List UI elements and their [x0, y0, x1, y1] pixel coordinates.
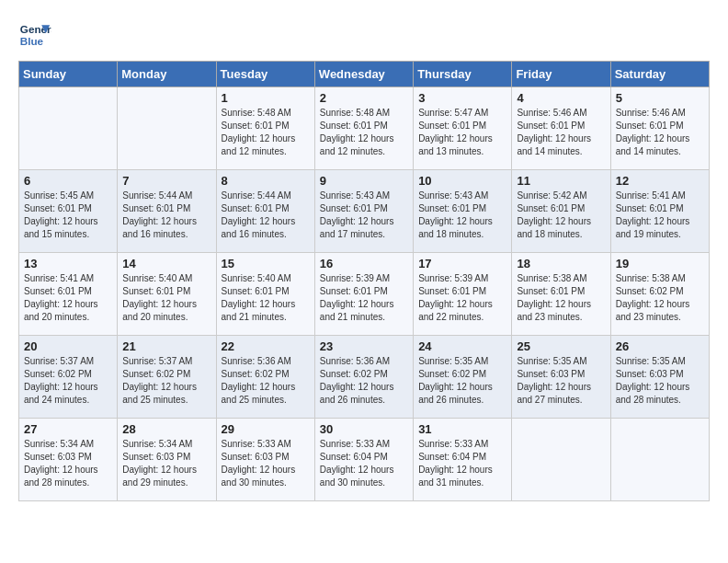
- day-info: Sunrise: 5:38 AM Sunset: 6:01 PM Dayligh…: [517, 272, 605, 324]
- calendar-week-row: 6Sunrise: 5:45 AM Sunset: 6:01 PM Daylig…: [19, 170, 710, 253]
- day-info: Sunrise: 5:38 AM Sunset: 6:02 PM Dayligh…: [616, 272, 704, 324]
- weekday-header: Monday: [118, 62, 216, 87]
- calendar-cell: 16Sunrise: 5:39 AM Sunset: 6:01 PM Dayli…: [314, 253, 413, 336]
- calendar-cell: 21Sunrise: 5:37 AM Sunset: 6:02 PM Dayli…: [118, 336, 216, 419]
- day-info: Sunrise: 5:36 AM Sunset: 6:02 PM Dayligh…: [320, 355, 408, 407]
- calendar-cell: 3Sunrise: 5:47 AM Sunset: 6:01 PM Daylig…: [414, 87, 512, 170]
- weekday-header: Sunday: [19, 62, 118, 87]
- calendar-cell: 18Sunrise: 5:38 AM Sunset: 6:01 PM Dayli…: [512, 253, 610, 336]
- day-info: Sunrise: 5:34 AM Sunset: 6:03 PM Dayligh…: [122, 438, 210, 489]
- day-number: 28: [122, 422, 210, 436]
- weekday-header: Saturday: [610, 62, 709, 87]
- calendar-cell: 30Sunrise: 5:33 AM Sunset: 6:04 PM Dayli…: [314, 419, 413, 501]
- calendar-cell: [118, 87, 216, 170]
- day-info: Sunrise: 5:43 AM Sunset: 6:01 PM Dayligh…: [320, 190, 408, 241]
- calendar-week-row: 13Sunrise: 5:41 AM Sunset: 6:01 PM Dayli…: [19, 253, 710, 336]
- day-info: Sunrise: 5:47 AM Sunset: 6:01 PM Dayligh…: [418, 107, 506, 158]
- day-number: 5: [616, 91, 704, 105]
- calendar-cell: 25Sunrise: 5:35 AM Sunset: 6:03 PM Dayli…: [512, 336, 610, 419]
- calendar-cell: 6Sunrise: 5:45 AM Sunset: 6:01 PM Daylig…: [19, 170, 118, 253]
- calendar-week-row: 27Sunrise: 5:34 AM Sunset: 6:03 PM Dayli…: [19, 419, 710, 501]
- calendar-cell: 5Sunrise: 5:46 AM Sunset: 6:01 PM Daylig…: [610, 87, 709, 170]
- calendar-cell: 28Sunrise: 5:34 AM Sunset: 6:03 PM Dayli…: [118, 419, 216, 501]
- calendar-cell: 8Sunrise: 5:44 AM Sunset: 6:01 PM Daylig…: [216, 170, 314, 253]
- day-info: Sunrise: 5:46 AM Sunset: 6:01 PM Dayligh…: [517, 107, 605, 158]
- svg-text:Blue: Blue: [20, 35, 44, 47]
- calendar-cell: 1Sunrise: 5:48 AM Sunset: 6:01 PM Daylig…: [216, 87, 314, 170]
- calendar-cell: 4Sunrise: 5:46 AM Sunset: 6:01 PM Daylig…: [512, 87, 610, 170]
- calendar-cell: 26Sunrise: 5:35 AM Sunset: 6:03 PM Dayli…: [610, 336, 709, 419]
- day-number: 11: [517, 174, 605, 188]
- calendar-cell: 2Sunrise: 5:48 AM Sunset: 6:01 PM Daylig…: [314, 87, 413, 170]
- logo-icon: General Blue: [18, 18, 51, 52]
- calendar-cell: 20Sunrise: 5:37 AM Sunset: 6:02 PM Dayli…: [19, 336, 118, 419]
- day-info: Sunrise: 5:33 AM Sunset: 6:04 PM Dayligh…: [320, 438, 408, 489]
- day-number: 18: [517, 257, 605, 270]
- calendar-cell: 17Sunrise: 5:39 AM Sunset: 6:01 PM Dayli…: [414, 253, 512, 336]
- day-info: Sunrise: 5:35 AM Sunset: 6:02 PM Dayligh…: [418, 355, 506, 407]
- day-number: 21: [122, 339, 210, 353]
- day-number: 30: [320, 422, 408, 436]
- day-info: Sunrise: 5:35 AM Sunset: 6:03 PM Dayligh…: [616, 355, 704, 407]
- day-info: Sunrise: 5:48 AM Sunset: 6:01 PM Dayligh…: [222, 107, 310, 158]
- calendar-cell: 31Sunrise: 5:33 AM Sunset: 6:04 PM Dayli…: [414, 419, 512, 501]
- day-number: 19: [616, 257, 704, 270]
- day-info: Sunrise: 5:40 AM Sunset: 6:01 PM Dayligh…: [122, 272, 210, 324]
- day-info: Sunrise: 5:41 AM Sunset: 6:01 PM Dayligh…: [616, 190, 704, 241]
- calendar-cell: [19, 87, 118, 170]
- day-number: 2: [320, 91, 408, 105]
- day-number: 7: [122, 174, 210, 188]
- day-number: 29: [222, 422, 310, 436]
- day-info: Sunrise: 5:33 AM Sunset: 6:04 PM Dayligh…: [418, 438, 506, 489]
- day-number: 15: [222, 257, 310, 270]
- weekday-header: Tuesday: [216, 62, 314, 87]
- calendar-cell: 11Sunrise: 5:42 AM Sunset: 6:01 PM Dayli…: [512, 170, 610, 253]
- day-info: Sunrise: 5:36 AM Sunset: 6:02 PM Dayligh…: [222, 355, 310, 407]
- day-number: 4: [517, 91, 605, 105]
- weekday-header: Friday: [512, 62, 610, 87]
- calendar-cell: 15Sunrise: 5:40 AM Sunset: 6:01 PM Dayli…: [216, 253, 314, 336]
- calendar-cell: 14Sunrise: 5:40 AM Sunset: 6:01 PM Dayli…: [118, 253, 216, 336]
- day-info: Sunrise: 5:44 AM Sunset: 6:01 PM Dayligh…: [222, 190, 310, 241]
- day-number: 6: [24, 174, 112, 188]
- calendar-cell: [610, 419, 709, 501]
- calendar-cell: 19Sunrise: 5:38 AM Sunset: 6:02 PM Dayli…: [610, 253, 709, 336]
- day-info: Sunrise: 5:37 AM Sunset: 6:02 PM Dayligh…: [24, 355, 112, 407]
- day-number: 26: [616, 339, 704, 353]
- day-info: Sunrise: 5:40 AM Sunset: 6:01 PM Dayligh…: [222, 272, 310, 324]
- day-number: 14: [122, 257, 210, 270]
- day-info: Sunrise: 5:44 AM Sunset: 6:01 PM Dayligh…: [122, 190, 210, 241]
- day-info: Sunrise: 5:48 AM Sunset: 6:01 PM Dayligh…: [320, 107, 408, 158]
- day-number: 8: [222, 174, 310, 188]
- logo: General Blue: [18, 18, 51, 52]
- day-info: Sunrise: 5:35 AM Sunset: 6:03 PM Dayligh…: [517, 355, 605, 407]
- day-info: Sunrise: 5:34 AM Sunset: 6:03 PM Dayligh…: [24, 438, 112, 489]
- header-row: SundayMondayTuesdayWednesdayThursdayFrid…: [19, 62, 710, 87]
- day-number: 20: [24, 339, 112, 353]
- day-number: 9: [320, 174, 408, 188]
- day-number: 23: [320, 339, 408, 353]
- page-header: General Blue: [18, 18, 710, 52]
- calendar-cell: 7Sunrise: 5:44 AM Sunset: 6:01 PM Daylig…: [118, 170, 216, 253]
- day-info: Sunrise: 5:39 AM Sunset: 6:01 PM Dayligh…: [320, 272, 408, 324]
- day-number: 12: [616, 174, 704, 188]
- day-number: 27: [24, 422, 112, 436]
- calendar-table: SundayMondayTuesdayWednesdayThursdayFrid…: [18, 61, 710, 501]
- day-number: 25: [517, 339, 605, 353]
- day-info: Sunrise: 5:43 AM Sunset: 6:01 PM Dayligh…: [418, 190, 506, 241]
- calendar-cell: 23Sunrise: 5:36 AM Sunset: 6:02 PM Dayli…: [314, 336, 413, 419]
- weekday-header: Thursday: [414, 62, 512, 87]
- calendar-cell: 29Sunrise: 5:33 AM Sunset: 6:03 PM Dayli…: [216, 419, 314, 501]
- calendar-cell: 22Sunrise: 5:36 AM Sunset: 6:02 PM Dayli…: [216, 336, 314, 419]
- day-info: Sunrise: 5:41 AM Sunset: 6:01 PM Dayligh…: [24, 272, 112, 324]
- calendar-cell: 27Sunrise: 5:34 AM Sunset: 6:03 PM Dayli…: [19, 419, 118, 501]
- calendar-week-row: 20Sunrise: 5:37 AM Sunset: 6:02 PM Dayli…: [19, 336, 710, 419]
- weekday-header: Wednesday: [314, 62, 413, 87]
- calendar-week-row: 1Sunrise: 5:48 AM Sunset: 6:01 PM Daylig…: [19, 87, 710, 170]
- calendar-cell: 24Sunrise: 5:35 AM Sunset: 6:02 PM Dayli…: [414, 336, 512, 419]
- calendar-cell: 9Sunrise: 5:43 AM Sunset: 6:01 PM Daylig…: [314, 170, 413, 253]
- calendar-cell: 13Sunrise: 5:41 AM Sunset: 6:01 PM Dayli…: [19, 253, 118, 336]
- day-number: 13: [24, 257, 112, 270]
- day-number: 1: [222, 91, 310, 105]
- day-number: 17: [418, 257, 506, 270]
